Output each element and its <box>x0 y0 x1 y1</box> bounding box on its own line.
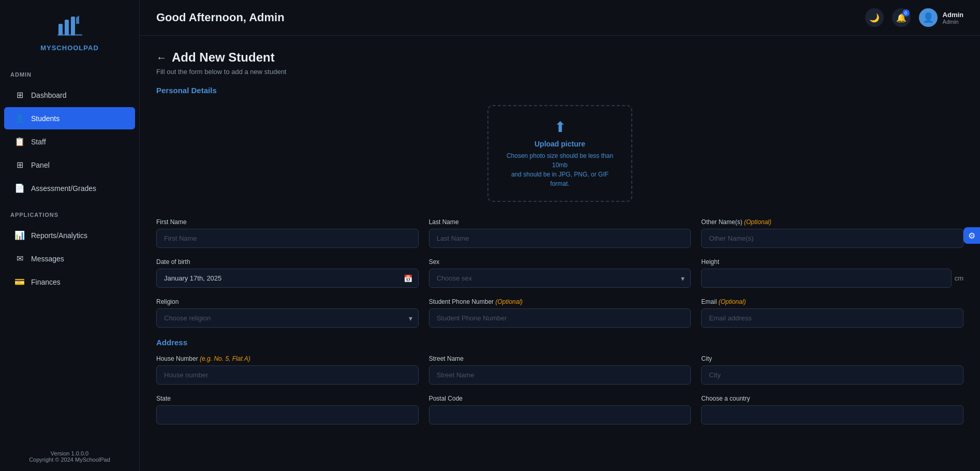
first-name-label: First Name <box>156 218 419 226</box>
admin-section-label: ADMIN <box>0 62 139 81</box>
email-input[interactable] <box>701 308 963 328</box>
greeting-text: Good Afternoon, Admin <box>156 11 285 24</box>
dob-input-wrap: 📅 document.currentScript.previousElement… <box>156 269 419 288</box>
finances-icon: 💳 <box>14 277 25 287</box>
reports-icon: 📊 <box>14 230 25 240</box>
state-label: State <box>156 395 419 402</box>
religion-select-wrap: Choose religion Christianity Islam Other… <box>156 308 419 328</box>
phone-group: Student Phone Number (Optional) <box>429 298 691 328</box>
theme-toggle-button[interactable]: 🌙 <box>865 8 884 27</box>
topbar-actions: 🌙 🔔 0 👤 Admin Admin <box>865 8 963 27</box>
upload-icon: ⬆ <box>554 119 566 136</box>
sidebar-item-reports[interactable]: 📊 Reports/Analytics <box>0 224 139 246</box>
email-group: Email (Optional) <box>701 298 963 328</box>
religion-group: Religion Choose religion Christianity Is… <box>156 298 419 328</box>
country-group: Choose a country <box>701 395 963 424</box>
city-label: City <box>701 355 963 362</box>
dob-group: Date of birth 📅 document.currentScript.p… <box>156 258 419 288</box>
height-label: Height <box>701 258 963 266</box>
svg-rect-3 <box>57 34 82 36</box>
other-names-group: Other Name(s) (Optional) <box>701 218 963 248</box>
back-button[interactable]: ← <box>156 52 167 64</box>
svg-rect-0 <box>58 24 63 35</box>
applications-nav: 📊 Reports/Analytics ✉ Messages 💳 Finance… <box>0 221 139 296</box>
topbar-user: 👤 Admin Admin <box>919 8 963 27</box>
messages-icon: ✉ <box>14 254 25 263</box>
state-group: State <box>156 395 419 424</box>
street-name-label: Street Name <box>429 355 691 362</box>
height-input[interactable] <box>701 269 951 288</box>
floating-settings-button[interactable]: ⚙ <box>963 227 980 244</box>
sidebar-item-assessment[interactable]: 📄 Assessment/Grades <box>0 177 139 199</box>
address-section-title: Address <box>156 338 963 347</box>
country-input[interactable] <box>701 405 963 424</box>
last-name-label: Last Name <box>429 218 691 226</box>
sidebar-item-students[interactable]: 👤 Students <box>0 107 139 129</box>
last-name-group: Last Name <box>429 218 691 248</box>
staff-icon: 📋 <box>14 137 25 146</box>
settings-icon: ⚙ <box>968 231 975 241</box>
moon-icon: 🌙 <box>869 13 880 23</box>
first-name-group: First Name <box>156 218 419 248</box>
user-info: Admin Admin <box>943 11 963 25</box>
dashboard-icon: ⊞ <box>14 90 25 100</box>
main-content: Good Afternoon, Admin 🌙 🔔 0 👤 Admin Admi… <box>140 0 980 471</box>
phone-label: Student Phone Number (Optional) <box>429 298 691 305</box>
postal-code-input[interactable] <box>429 405 691 424</box>
students-icon: 👤 <box>14 113 25 123</box>
postal-code-group: Postal Code <box>429 395 691 424</box>
page-subtitle: Fill out the form below to add a new stu… <box>156 68 963 76</box>
form-row-religion-phone-email: Religion Choose religion Christianity Is… <box>156 298 963 328</box>
page-title: Add New Student <box>172 50 275 65</box>
sex-label: Sex <box>429 258 691 266</box>
avatar: 👤 <box>919 8 938 27</box>
country-label: Choose a country <box>701 395 963 402</box>
user-role: Admin <box>943 19 963 25</box>
sidebar-item-staff[interactable]: 📋 Staff <box>0 130 139 153</box>
height-input-wrap: cm <box>701 269 963 288</box>
back-arrow-icon: ← <box>156 52 167 64</box>
other-names-input[interactable] <box>701 229 963 248</box>
house-number-input[interactable] <box>156 365 419 385</box>
upload-hint: Chosen photo size should be less than 10… <box>501 151 619 188</box>
city-input[interactable] <box>701 365 963 385</box>
postal-code-label: Postal Code <box>429 395 691 402</box>
logo-text: MYSCHOOLPAD <box>40 44 99 52</box>
assessment-icon: 📄 <box>14 183 25 193</box>
phone-input[interactable] <box>429 308 691 328</box>
city-group: City <box>701 355 963 385</box>
user-avatar-icon: 👤 <box>923 12 934 23</box>
first-name-input[interactable] <box>156 229 419 248</box>
logo-icon <box>56 14 83 42</box>
sex-select-wrap: Choose sex Male Female ▾ <box>429 269 691 288</box>
upload-label: Upload picture <box>534 140 585 148</box>
page-back-row: ← Add New Student <box>156 50 963 65</box>
panel-icon: ⊞ <box>14 160 25 170</box>
dob-input[interactable] <box>156 269 419 288</box>
height-unit-label: cm <box>955 274 963 282</box>
state-input[interactable] <box>156 405 419 424</box>
upload-picture-area[interactable]: ⬆ Upload picture Chosen photo size shoul… <box>487 105 632 202</box>
sex-select[interactable]: Choose sex Male Female <box>429 269 691 288</box>
religion-select[interactable]: Choose religion Christianity Islam Other… <box>156 308 419 328</box>
notifications-button[interactable]: 🔔 0 <box>892 8 911 27</box>
form-row-address2: State Postal Code Choose a country <box>156 395 963 424</box>
street-name-input[interactable] <box>429 365 691 385</box>
admin-nav: ⊞ Dashboard 👤 Students 📋 Staff ⊞ Panel <box>0 81 139 202</box>
dob-label: Date of birth <box>156 258 419 266</box>
sidebar-item-dashboard[interactable]: ⊞ Dashboard <box>0 84 139 106</box>
form-row-dob-sex-height: Date of birth 📅 document.currentScript.p… <box>156 258 963 288</box>
house-number-label: House Number (e.g. No. 5, Flat A) <box>156 355 419 362</box>
sidebar-item-finances[interactable]: 💳 Finances <box>0 271 139 293</box>
religion-label: Religion <box>156 298 419 305</box>
street-name-group: Street Name <box>429 355 691 385</box>
sidebar-item-panel[interactable]: ⊞ Panel <box>0 154 139 176</box>
sidebar-footer: Version 1.0.0.0 Copyright © 2024 MySchoo… <box>0 442 139 471</box>
calendar-icon: 📅 <box>404 274 412 283</box>
user-name: Admin <box>943 11 963 19</box>
sidebar-item-messages[interactable]: ✉ Messages <box>0 247 139 270</box>
personal-details-section-title: Personal Details <box>156 86 963 95</box>
last-name-input[interactable] <box>429 229 691 248</box>
sidebar-logo: MYSCHOOLPAD <box>0 0 139 62</box>
height-group: Height cm <box>701 258 963 288</box>
